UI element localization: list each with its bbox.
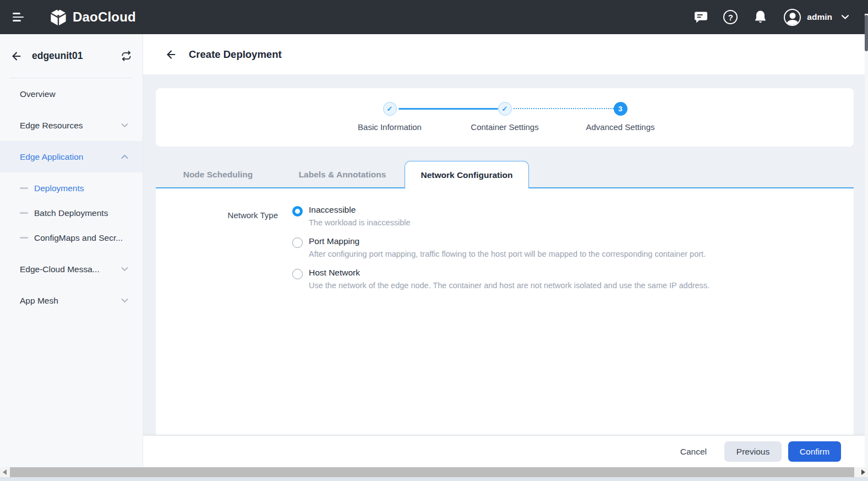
messages-icon[interactable] [692, 9, 709, 25]
chevron-up-icon [121, 154, 128, 159]
action-footer: Cancel Previous Confirm [143, 436, 868, 467]
topbar: DaoCloud ? admin [0, 0, 868, 34]
page-header: Create Deployment [143, 34, 868, 74]
sidebar-item-batch-deployments[interactable]: Batch Deployments [0, 201, 143, 225]
dash-icon [20, 237, 28, 238]
vertical-scrollbar-thumb[interactable] [865, 15, 868, 51]
page-back-button[interactable] [165, 48, 177, 61]
step-container-settings: Container Settings [458, 102, 552, 132]
brand-name: DaoCloud [73, 9, 136, 25]
sidebar-item-edge-application[interactable]: Edge Application [0, 141, 143, 172]
username[interactable]: admin [807, 12, 832, 22]
help-icon[interactable]: ? [722, 9, 739, 25]
scroll-right-arrow-icon[interactable] [859, 467, 868, 477]
cancel-button[interactable]: Cancel [680, 441, 707, 462]
page-title: Create Deployment [189, 48, 282, 61]
notifications-bell-icon[interactable] [752, 9, 768, 25]
user-menu-chevron-down-icon[interactable] [841, 14, 849, 20]
main-area: Create Deployment Basic Information Cont… [143, 34, 868, 467]
step-basic-information: Basic Information [343, 102, 436, 132]
sidebar-item-app-mesh[interactable]: App Mesh [0, 285, 143, 316]
sidebar: edgeunit01 Overview Edge Resources Edge … [0, 34, 143, 467]
step-check-icon [383, 102, 397, 116]
tab-node-scheduling[interactable]: Node Scheduling [156, 161, 280, 188]
stepper: Basic Information Container Settings 3 A… [156, 88, 854, 147]
chevron-down-icon [121, 298, 128, 303]
previous-button[interactable]: Previous [724, 441, 782, 462]
radio-checked-icon[interactable] [292, 206, 303, 217]
scroll-left-arrow-icon[interactable] [0, 467, 9, 477]
sidebar-item-edge-resources[interactable]: Edge Resources [0, 110, 143, 141]
dash-icon [20, 187, 28, 188]
workspace-title: edgeunit01 [32, 50, 83, 62]
horizontal-scrollbar[interactable] [0, 467, 868, 477]
horizontal-scrollbar-thumb[interactable] [10, 467, 854, 477]
daocloud-cube-icon [49, 8, 68, 26]
sidebar-item-overview[interactable]: Overview [0, 78, 143, 110]
brand-logo: DaoCloud [49, 8, 136, 26]
sidebar-item-edge-cloud-message[interactable]: Edge-Cloud Messa... [0, 253, 143, 285]
sidebar-back-button[interactable] [10, 50, 23, 62]
user-avatar[interactable] [784, 9, 801, 26]
content-area: Basic Information Container Settings 3 A… [143, 74, 868, 436]
bottom-strip [0, 477, 868, 481]
tabs: Node Scheduling Labels & Annotations Net… [156, 161, 854, 188]
network-type-label: Network Type [156, 205, 278, 290]
switch-workspace-icon[interactable] [121, 50, 132, 62]
chevron-down-icon [121, 123, 128, 128]
vertical-scrollbar[interactable] [865, 14, 868, 467]
step-check-icon [498, 102, 512, 116]
sidebar-item-deployments[interactable]: Deployments [0, 176, 143, 201]
radio-unchecked-icon[interactable] [292, 269, 303, 279]
confirm-button[interactable]: Confirm [788, 441, 841, 462]
step-number-badge: 3 [614, 102, 627, 116]
network-type-options: Inaccessible The workload is inaccessibl… [292, 205, 709, 290]
hamburger-menu-icon[interactable] [13, 13, 25, 21]
chevron-down-icon [121, 267, 128, 272]
step-advanced-settings: 3 Advanced Settings [574, 102, 667, 132]
sidebar-item-configmaps-secrets[interactable]: ConfigMaps and Secr... [0, 225, 143, 250]
option-port-mapping[interactable]: Port Mapping After configuring port mapp… [292, 236, 709, 258]
network-configuration-panel: Network Type Inaccessible The workload i… [156, 188, 854, 435]
option-host-network[interactable]: Host Network Use the network of the edge… [292, 268, 709, 290]
option-inaccessible[interactable]: Inaccessible The workload is inaccessibl… [292, 205, 709, 227]
tab-labels-annotations[interactable]: Labels & Annotations [280, 161, 405, 188]
tab-network-configuration[interactable]: Network Configuration [405, 161, 529, 188]
dash-icon [20, 212, 28, 213]
radio-unchecked-icon[interactable] [292, 237, 303, 248]
